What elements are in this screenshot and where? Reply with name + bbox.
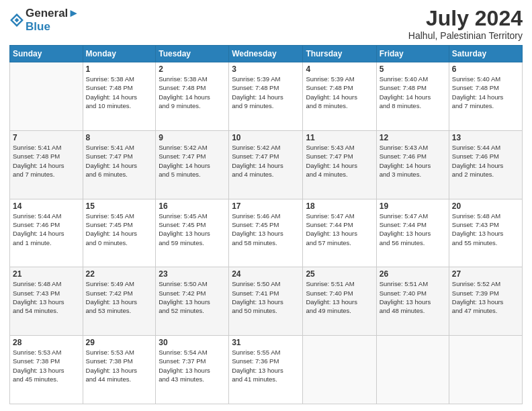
logo-icon <box>9 13 24 28</box>
calendar-cell: 6Sunrise: 5:40 AM Sunset: 7:48 PM Daylig… <box>449 62 522 131</box>
calendar-cell: 14Sunrise: 5:44 AM Sunset: 7:46 PM Dayli… <box>10 199 83 267</box>
day-number: 29 <box>86 338 153 347</box>
day-number: 15 <box>86 201 153 211</box>
calendar-cell: 29Sunrise: 5:53 AM Sunset: 7:38 PM Dayli… <box>83 336 156 404</box>
calendar-cell: 30Sunrise: 5:54 AM Sunset: 7:37 PM Dayli… <box>156 336 229 404</box>
day-info: Sunrise: 5:47 AM Sunset: 7:44 PM Dayligh… <box>306 212 373 247</box>
day-info: Sunrise: 5:54 AM Sunset: 7:37 PM Dayligh… <box>159 348 226 383</box>
calendar-cell: 11Sunrise: 5:43 AM Sunset: 7:47 PM Dayli… <box>303 130 376 199</box>
calendar-week-row: 21Sunrise: 5:48 AM Sunset: 7:43 PM Dayli… <box>10 267 523 336</box>
calendar-cell: 26Sunrise: 5:51 AM Sunset: 7:40 PM Dayli… <box>376 267 449 336</box>
day-number: 23 <box>159 269 226 279</box>
day-info: Sunrise: 5:43 AM Sunset: 7:47 PM Dayligh… <box>306 143 373 179</box>
day-number: 20 <box>452 201 519 211</box>
calendar-cell: 28Sunrise: 5:53 AM Sunset: 7:38 PM Dayli… <box>10 336 83 404</box>
day-number: 17 <box>232 201 300 211</box>
title-section: July 2024 Halhul, Palestinian Territory <box>408 7 523 41</box>
day-info: Sunrise: 5:45 AM Sunset: 7:45 PM Dayligh… <box>159 212 226 247</box>
day-number: 2 <box>159 64 226 74</box>
calendar-day-header: Wednesday <box>229 46 303 62</box>
calendar-week-row: 14Sunrise: 5:44 AM Sunset: 7:46 PM Dayli… <box>10 199 523 267</box>
calendar-cell: 24Sunrise: 5:50 AM Sunset: 7:41 PM Dayli… <box>229 267 303 336</box>
calendar-cell: 2Sunrise: 5:38 AM Sunset: 7:48 PM Daylig… <box>156 62 229 131</box>
day-info: Sunrise: 5:39 AM Sunset: 7:48 PM Dayligh… <box>232 75 300 110</box>
day-number: 12 <box>380 133 446 142</box>
calendar-cell: 31Sunrise: 5:55 AM Sunset: 7:36 PM Dayli… <box>229 336 303 404</box>
calendar-cell: 4Sunrise: 5:39 AM Sunset: 7:48 PM Daylig… <box>303 62 376 131</box>
logo-text: General► Blue <box>26 7 79 33</box>
calendar-cell: 20Sunrise: 5:48 AM Sunset: 7:43 PM Dayli… <box>449 199 522 267</box>
day-number: 8 <box>86 133 153 142</box>
day-info: Sunrise: 5:44 AM Sunset: 7:46 PM Dayligh… <box>13 212 80 247</box>
day-number: 1 <box>86 64 153 74</box>
calendar-cell: 16Sunrise: 5:45 AM Sunset: 7:45 PM Dayli… <box>156 199 229 267</box>
calendar-cell: 8Sunrise: 5:41 AM Sunset: 7:47 PM Daylig… <box>83 130 156 199</box>
header: General► Blue July 2024 Halhul, Palestin… <box>9 7 523 41</box>
day-info: Sunrise: 5:48 AM Sunset: 7:43 PM Dayligh… <box>452 212 519 247</box>
calendar-cell: 27Sunrise: 5:52 AM Sunset: 7:39 PM Dayli… <box>449 267 522 336</box>
calendar-table: SundayMondayTuesdayWednesdayThursdayFrid… <box>9 45 523 404</box>
day-info: Sunrise: 5:40 AM Sunset: 7:48 PM Dayligh… <box>452 75 519 110</box>
day-number: 16 <box>159 201 226 211</box>
calendar-cell <box>303 336 376 404</box>
calendar-cell: 15Sunrise: 5:45 AM Sunset: 7:45 PM Dayli… <box>83 199 156 267</box>
calendar-cell: 22Sunrise: 5:49 AM Sunset: 7:42 PM Dayli… <box>83 267 156 336</box>
day-number: 11 <box>306 133 373 142</box>
day-info: Sunrise: 5:55 AM Sunset: 7:36 PM Dayligh… <box>232 348 300 383</box>
day-info: Sunrise: 5:38 AM Sunset: 7:48 PM Dayligh… <box>86 75 153 110</box>
day-number: 13 <box>452 133 519 142</box>
day-number: 21 <box>13 269 80 279</box>
day-info: Sunrise: 5:53 AM Sunset: 7:38 PM Dayligh… <box>13 348 80 383</box>
calendar-cell: 9Sunrise: 5:42 AM Sunset: 7:47 PM Daylig… <box>156 130 229 199</box>
day-info: Sunrise: 5:47 AM Sunset: 7:44 PM Dayligh… <box>380 212 446 247</box>
day-info: Sunrise: 5:41 AM Sunset: 7:47 PM Dayligh… <box>86 143 153 179</box>
day-number: 10 <box>232 133 300 142</box>
day-info: Sunrise: 5:44 AM Sunset: 7:46 PM Dayligh… <box>452 143 519 179</box>
calendar-cell: 13Sunrise: 5:44 AM Sunset: 7:46 PM Dayli… <box>449 130 522 199</box>
calendar-cell: 10Sunrise: 5:42 AM Sunset: 7:47 PM Dayli… <box>229 130 303 199</box>
day-number: 28 <box>13 338 80 347</box>
day-info: Sunrise: 5:39 AM Sunset: 7:48 PM Dayligh… <box>306 75 373 110</box>
day-number: 26 <box>380 269 446 279</box>
day-number: 14 <box>13 201 80 211</box>
calendar-day-header: Sunday <box>10 46 83 62</box>
calendar-cell: 25Sunrise: 5:51 AM Sunset: 7:40 PM Dayli… <box>303 267 376 336</box>
day-info: Sunrise: 5:45 AM Sunset: 7:45 PM Dayligh… <box>86 212 153 247</box>
calendar-cell <box>449 336 522 404</box>
logo: General► Blue <box>9 7 79 33</box>
calendar-cell: 21Sunrise: 5:48 AM Sunset: 7:43 PM Dayli… <box>10 267 83 336</box>
day-number: 31 <box>232 338 300 347</box>
day-number: 6 <box>452 64 519 74</box>
day-number: 25 <box>306 269 373 279</box>
calendar-day-header: Saturday <box>449 46 522 62</box>
day-number: 9 <box>159 133 226 142</box>
calendar-week-row: 1Sunrise: 5:38 AM Sunset: 7:48 PM Daylig… <box>10 62 523 131</box>
day-info: Sunrise: 5:48 AM Sunset: 7:43 PM Dayligh… <box>13 279 80 315</box>
day-number: 22 <box>86 269 153 279</box>
calendar-cell <box>10 62 83 131</box>
day-info: Sunrise: 5:53 AM Sunset: 7:38 PM Dayligh… <box>86 348 153 383</box>
main-title: July 2024 <box>408 7 523 30</box>
day-info: Sunrise: 5:40 AM Sunset: 7:48 PM Dayligh… <box>380 75 446 110</box>
day-info: Sunrise: 5:49 AM Sunset: 7:42 PM Dayligh… <box>86 279 153 315</box>
day-info: Sunrise: 5:42 AM Sunset: 7:47 PM Dayligh… <box>232 143 300 179</box>
day-number: 7 <box>13 133 80 142</box>
calendar-cell: 18Sunrise: 5:47 AM Sunset: 7:44 PM Dayli… <box>303 199 376 267</box>
calendar-cell: 17Sunrise: 5:46 AM Sunset: 7:45 PM Dayli… <box>229 199 303 267</box>
calendar-week-row: 28Sunrise: 5:53 AM Sunset: 7:38 PM Dayli… <box>10 336 523 404</box>
calendar-day-header: Tuesday <box>156 46 229 62</box>
calendar-day-header: Monday <box>83 46 156 62</box>
day-info: Sunrise: 5:38 AM Sunset: 7:48 PM Dayligh… <box>159 75 226 110</box>
day-number: 24 <box>232 269 300 279</box>
day-info: Sunrise: 5:51 AM Sunset: 7:40 PM Dayligh… <box>380 279 446 315</box>
calendar-day-header: Friday <box>376 46 449 62</box>
calendar-cell: 23Sunrise: 5:50 AM Sunset: 7:42 PM Dayli… <box>156 267 229 336</box>
day-number: 18 <box>306 201 373 211</box>
calendar-week-row: 7Sunrise: 5:41 AM Sunset: 7:48 PM Daylig… <box>10 130 523 199</box>
day-info: Sunrise: 5:51 AM Sunset: 7:40 PM Dayligh… <box>306 279 373 315</box>
page: General► Blue July 2024 Halhul, Palestin… <box>0 0 532 411</box>
day-info: Sunrise: 5:50 AM Sunset: 7:42 PM Dayligh… <box>159 279 226 315</box>
calendar-header-row: SundayMondayTuesdayWednesdayThursdayFrid… <box>10 46 523 62</box>
day-info: Sunrise: 5:43 AM Sunset: 7:46 PM Dayligh… <box>380 143 446 179</box>
day-number: 5 <box>380 64 446 74</box>
